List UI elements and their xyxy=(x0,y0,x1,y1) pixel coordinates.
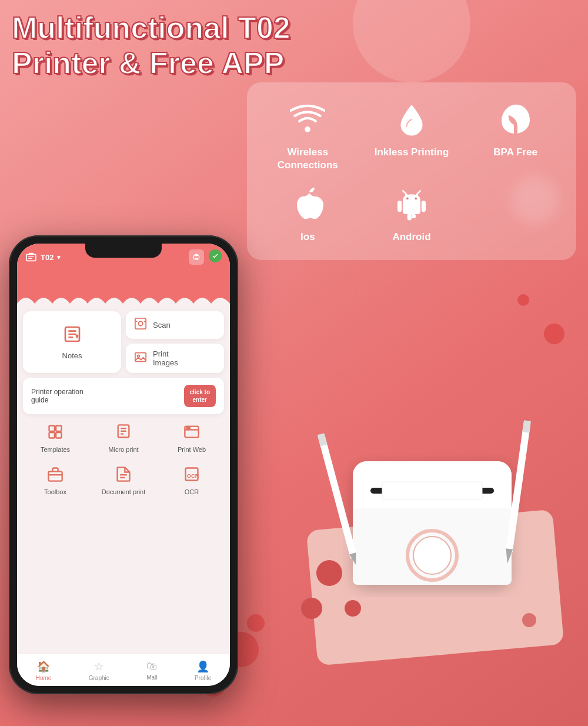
svg-rect-52 xyxy=(382,482,482,499)
ocr-item[interactable]: OCR OCR xyxy=(159,461,224,500)
mall-label: Mall xyxy=(146,674,157,681)
svg-rect-10 xyxy=(403,201,420,214)
svg-rect-24 xyxy=(135,352,146,361)
svg-rect-6 xyxy=(397,201,402,212)
templates-label: Templates xyxy=(41,446,70,453)
profile-icon: 👤 xyxy=(196,660,209,673)
bottom-nav: 🏠 Home ☆ Graphic 🛍 Mall 👤 Profile xyxy=(17,654,230,686)
android-icon xyxy=(391,184,432,225)
feature-bpa: BPA Free xyxy=(466,99,564,172)
svg-point-8 xyxy=(406,198,409,200)
mall-icon: 🛍 xyxy=(146,660,157,672)
document-print-icon xyxy=(115,466,132,486)
svg-point-9 xyxy=(415,198,417,200)
right-grid: Scan PrintImages xyxy=(126,311,224,373)
title-line1: Multifunctional T02 xyxy=(12,11,290,45)
guide-banner[interactable]: Printer operationguide click toenter xyxy=(23,378,224,414)
nav-profile[interactable]: 👤 Profile xyxy=(195,660,211,681)
micro-print-item[interactable]: Micro print xyxy=(91,419,156,458)
apple-icon xyxy=(287,184,328,225)
toolbox-icon xyxy=(47,466,64,486)
feature-inkless: Inkless Printing xyxy=(363,99,461,172)
print-images-icon xyxy=(134,351,147,367)
bottom-grid: Templates Micro print xyxy=(23,419,224,500)
svg-line-5 xyxy=(417,191,420,194)
document-print-item[interactable]: Document print xyxy=(91,461,156,500)
print-web-item[interactable]: Print Web xyxy=(159,419,224,458)
svg-rect-11 xyxy=(26,254,36,261)
phone-notch xyxy=(85,244,162,258)
nav-home[interactable]: 🏠 Home xyxy=(36,660,52,681)
wireless-label: WirelessConnections xyxy=(278,146,338,172)
connected-icon xyxy=(209,249,222,262)
svg-point-50 xyxy=(413,537,451,574)
toolbox-label: Toolbox xyxy=(44,488,66,495)
inkless-label: Inkless Printing xyxy=(375,146,449,159)
feature-android: Android xyxy=(363,184,461,244)
micro-print-icon xyxy=(115,424,132,444)
svg-point-0 xyxy=(305,126,311,132)
leaf-icon xyxy=(495,99,536,140)
notes-icon xyxy=(63,325,82,348)
print-images-label: PrintImages xyxy=(153,349,178,367)
svg-line-4 xyxy=(403,191,406,194)
svg-rect-28 xyxy=(49,432,55,438)
app-header-icons xyxy=(189,249,222,265)
print-web-label: Print Web xyxy=(178,446,206,453)
android-label: Android xyxy=(392,231,430,244)
feature-wireless: WirelessConnections xyxy=(259,99,357,172)
notes-card[interactable]: Notes xyxy=(23,311,121,373)
svg-point-62 xyxy=(522,613,536,627)
main-title: Multifunctional T02 Printer & Free APP xyxy=(12,11,290,81)
print-images-card[interactable]: PrintImages xyxy=(126,344,224,373)
app-logo: T02 ▾ xyxy=(25,252,61,262)
ocr-label: OCR xyxy=(185,488,199,495)
home-icon: 🏠 xyxy=(37,660,50,673)
deco-circle-2 xyxy=(247,614,265,632)
top-grid: Notes xyxy=(23,311,224,373)
svg-point-59 xyxy=(316,560,342,586)
device-name: T02 xyxy=(41,253,54,262)
svg-point-60 xyxy=(345,600,361,617)
app-content: Notes xyxy=(17,305,230,506)
nav-graphic[interactable]: ☆ Graphic xyxy=(89,660,109,681)
printer-product xyxy=(294,373,570,667)
svg-rect-15 xyxy=(195,258,198,260)
feature-card: WirelessConnections Inkless Printing BPA… xyxy=(247,82,576,260)
deco-circle-4 xyxy=(544,324,564,344)
toolbox-item[interactable]: Toolbox xyxy=(23,461,88,500)
drop-icon xyxy=(391,99,432,140)
svg-rect-57 xyxy=(522,420,531,432)
phone-screen: T02 ▾ xyxy=(17,244,230,686)
svg-point-20 xyxy=(138,321,142,325)
svg-rect-27 xyxy=(56,426,61,431)
scan-icon xyxy=(134,317,147,333)
svg-point-38 xyxy=(189,427,190,428)
wifi-icon xyxy=(287,99,328,140)
scan-card[interactable]: Scan xyxy=(126,311,224,339)
svg-rect-7 xyxy=(422,201,426,212)
deco-circle-5 xyxy=(517,294,529,306)
bpa-label: BPA Free xyxy=(493,146,537,159)
home-label: Home xyxy=(36,675,52,681)
document-print-label: Document print xyxy=(102,488,146,495)
templates-icon xyxy=(47,424,64,444)
svg-point-61 xyxy=(301,598,322,619)
micro-print-label: Micro print xyxy=(108,446,138,453)
scan-label: Scan xyxy=(153,321,171,329)
svg-rect-21 xyxy=(135,318,146,329)
templates-item[interactable]: Templates xyxy=(23,419,88,458)
ios-label: Ios xyxy=(300,231,315,244)
svg-point-37 xyxy=(186,427,188,428)
svg-rect-26 xyxy=(49,426,55,431)
printer-status-icon[interactable] xyxy=(189,249,204,265)
svg-rect-54 xyxy=(318,433,328,446)
title-line2: Printer & Free APP xyxy=(12,46,284,80)
ocr-icon: OCR xyxy=(183,466,200,486)
phone-mockup: T02 ▾ xyxy=(9,235,238,694)
guide-button[interactable]: click toenter xyxy=(184,385,216,407)
svg-point-25 xyxy=(138,355,140,357)
nav-mall[interactable]: 🛍 Mall xyxy=(146,660,157,681)
graphic-icon: ☆ xyxy=(94,660,103,673)
svg-rect-39 xyxy=(48,471,62,481)
